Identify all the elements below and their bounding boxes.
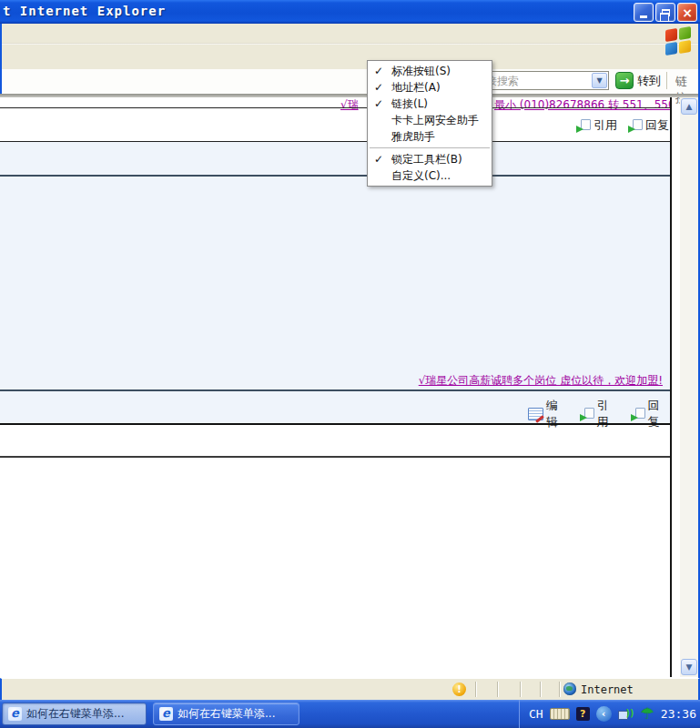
chevron-down-icon: ▼ — [596, 76, 602, 85]
reply-label: 回复 — [645, 117, 669, 134]
address-band: ▼ → 转到 链接 — [0, 69, 700, 94]
ie-icon: e — [159, 707, 173, 721]
restore-icon — [662, 9, 670, 16]
menu-item-kaka-assistant[interactable]: 卡卡上网安全助手 — [368, 112, 492, 128]
ad-link-top-left-fragment[interactable]: √瑞 — [340, 97, 359, 113]
downloader-tray-icon[interactable]: ‹ — [596, 706, 612, 722]
ad-link-top-right-fragment[interactable]: 最小 (010)82678866 转 551、550 — [494, 97, 671, 113]
search-dropdown-button[interactable]: ▼ — [592, 73, 607, 88]
checkmark-icon: ✓ — [374, 153, 383, 166]
vertical-scrollbar[interactable]: ▲ ▼ — [680, 97, 698, 677]
quote-label: 引用 — [597, 398, 620, 430]
internet-zone-label: Internet — [581, 683, 634, 696]
chevron-up-icon: ▲ — [686, 102, 693, 111]
page-warning-icon[interactable]: ! — [452, 682, 466, 696]
taskbar-button-label: 如何在右键菜单添... — [26, 706, 124, 722]
keyboard-icon[interactable] — [550, 708, 570, 720]
reply-icon — [628, 119, 643, 133]
taskbar-button-label: 如何在右键菜单添... — [178, 706, 275, 722]
ad-link-bottom[interactable]: √瑞星公司高薪诚聘多个岗位 虚位以待，欢迎加盟! — [419, 373, 663, 389]
toolbar-separator — [666, 72, 668, 89]
quote-icon — [576, 119, 591, 133]
edit-label: 编辑 — [546, 398, 569, 430]
divider-line — [0, 107, 671, 108]
menu-separator — [370, 147, 490, 148]
checkmark-icon: ✓ — [374, 97, 383, 110]
reply-button[interactable]: 回复 — [631, 398, 671, 430]
network-activity-icon[interactable]: )) — [618, 708, 634, 721]
menu-item-links[interactable]: ✓ 链接(L) — [368, 96, 492, 112]
menu-item-lock-toolbars[interactable]: ✓ 锁定工具栏(B) — [368, 151, 492, 167]
windows-flag-throbber-icon — [665, 27, 693, 55]
toolbar-context-menu: ✓ 标准按钮(S) ✓ 地址栏(A) ✓ 链接(L) 卡卡上网安全助手 雅虎助手… — [367, 60, 492, 187]
go-arrow-icon: → — [615, 72, 634, 89]
title-bar: t Internet Explorer × — [0, 0, 700, 24]
status-bar: ! Internet — [0, 678, 700, 700]
taskbar-button-active[interactable]: e 如何在右键菜单添... — [2, 703, 147, 725]
checkmark-icon: ✓ — [374, 65, 383, 77]
divider-line — [0, 456, 671, 458]
go-button-label: 转到 — [637, 73, 661, 89]
menu-item-yahoo-assistant[interactable]: 雅虎助手 — [368, 128, 492, 145]
quote-button[interactable]: 引用 — [576, 117, 617, 134]
menu-item-address-bar[interactable]: ✓ 地址栏(A) — [368, 79, 492, 96]
internet-zone-icon — [563, 682, 576, 695]
menu-item-standard-buttons[interactable]: ✓ 标准按钮(S) — [368, 63, 492, 79]
rising-antivirus-umbrella-icon[interactable]: ☂ — [641, 706, 654, 722]
taskbar: e 如何在右键菜单添... e 如何在右键菜单添... CH ? ‹ )) ☂ … — [0, 700, 700, 728]
minimize-button[interactable] — [634, 3, 654, 22]
go-button[interactable]: → 转到 — [615, 70, 661, 91]
menu-item-customize[interactable]: 自定义(C)... — [368, 167, 492, 184]
window-title: t Internet Explorer — [3, 4, 166, 18]
content-right-border — [670, 97, 672, 677]
ime-indicator[interactable]: CH — [529, 707, 543, 721]
close-icon: × — [682, 6, 693, 19]
toolbar-area — [0, 24, 700, 69]
quote-icon — [580, 408, 594, 421]
quote-label: 引用 — [593, 117, 617, 134]
taskbar-clock: 23:36 — [661, 707, 696, 721]
post1-action-row: 引用 回复 — [576, 117, 669, 134]
edit-button[interactable]: 编辑 — [528, 398, 569, 430]
scroll-up-button[interactable]: ▲ — [681, 98, 697, 115]
toolbar-divider — [2, 43, 698, 45]
post2-action-row: 编辑 引用 回复 — [528, 398, 671, 430]
post-header-band — [0, 142, 671, 175]
edit-icon — [528, 408, 543, 420]
taskbar-button[interactable]: e 如何在右键菜单添... — [153, 703, 299, 725]
minimize-icon — [640, 15, 647, 18]
window-controls: × — [634, 3, 697, 22]
help-tray-icon[interactable]: ? — [576, 707, 590, 721]
close-button[interactable]: × — [677, 3, 697, 22]
ie-icon: e — [8, 707, 22, 721]
ie-window: t Internet Explorer × ▼ → 转到 链接 √瑞 — [0, 0, 700, 728]
quote-button[interactable]: 引用 — [580, 398, 620, 430]
post-body-area — [0, 177, 671, 389]
reply-button[interactable]: 回复 — [628, 117, 669, 134]
reply-icon — [631, 408, 645, 421]
system-tray: CH ? ‹ )) ☂ 23:36 — [519, 700, 700, 728]
scroll-down-button[interactable]: ▼ — [681, 659, 697, 675]
page-content: √瑞 最小 (010)82678866 转 551、550 引用 回复 √瑞星公… — [0, 97, 671, 678]
restore-button[interactable] — [655, 3, 675, 22]
checkmark-icon: ✓ — [374, 81, 383, 94]
reply-label: 回复 — [648, 398, 671, 430]
divider-line — [0, 423, 671, 425]
chevron-down-icon: ▼ — [686, 662, 693, 672]
